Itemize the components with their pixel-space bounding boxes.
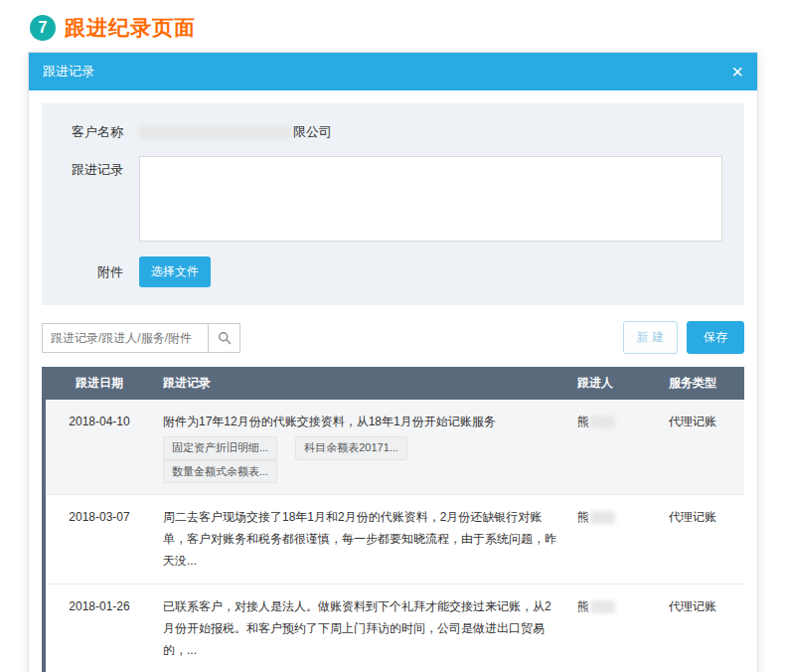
table-row[interactable]: 2018-01-26已联系客户，对接人是法人。做账资料到下个礼拜才能交接过来记账… [46, 584, 744, 672]
row-person: 熊 [567, 400, 659, 494]
close-icon[interactable]: × [731, 62, 743, 82]
search-icon [218, 331, 232, 345]
page-title: 跟进纪录页面 [65, 14, 196, 42]
step-number-badge: 7 [30, 15, 56, 41]
record-textarea[interactable] [139, 156, 722, 242]
row-date: 2018-04-10 [46, 400, 153, 494]
modal-title: 跟进记录 [43, 63, 94, 81]
records-table-wrap: 跟进日期跟进记录跟进人服务类型 2018-04-10附件为17年12月份的代账交… [42, 367, 744, 672]
table-header-row: 跟进日期跟进记录跟进人服务类型 [46, 367, 744, 400]
action-buttons: 新 建 保存 [623, 321, 744, 354]
row-service: 代理记账 [659, 584, 744, 672]
search-group [42, 323, 240, 353]
redacted-person-name [590, 511, 615, 524]
attachment-chip[interactable]: 科目余额表20171... [295, 436, 407, 459]
column-header-0: 跟进日期 [46, 367, 153, 400]
attachment-label: 附件 [42, 263, 139, 281]
row-person: 熊 [567, 494, 659, 584]
choose-file-button[interactable]: 选择文件 [139, 256, 211, 287]
new-button[interactable]: 新 建 [623, 321, 678, 354]
record-row: 跟进记录 [42, 156, 744, 242]
redacted-customer-name [139, 125, 290, 140]
customer-name-label: 客户名称 [42, 123, 139, 141]
person-name-prefix: 熊 [577, 415, 589, 428]
table-row[interactable]: 2018-04-10附件为17年12月份的代账交接资料，从18年1月份开始记账服… [46, 400, 744, 494]
follow-up-record-modal: 跟进记录 × 客户名称 限公司 跟进记录 附件 选择文件 [28, 52, 758, 672]
column-header-1: 跟进记录 [153, 367, 567, 400]
customer-name-value: 限公司 [139, 123, 332, 141]
row-record-text: 已联系客户，对接人是法人。做账资料到下个礼拜才能交接过来记账，从2月份开始报税。… [163, 595, 557, 662]
record-label: 跟进记录 [42, 156, 139, 242]
person-name-prefix: 熊 [577, 510, 589, 524]
records-table: 跟进日期跟进记录跟进人服务类型 2018-04-10附件为17年12月份的代账交… [46, 367, 744, 672]
customer-name-suffix: 限公司 [293, 123, 332, 141]
redacted-person-name [590, 416, 615, 428]
row-record: 附件为17年12月份的代账交接资料，从18年1月份开始记账服务固定资产折旧明细.… [153, 400, 567, 494]
redacted-person-name [590, 600, 615, 613]
attachment-chips: 固定资产折旧明细...科目余额表20171...数量金额式余额表... [163, 436, 557, 483]
row-record: 周二去客户现场交接了18年1月和2月份的代账资料，2月份还缺银行对账单，客户对账… [153, 494, 567, 584]
search-button[interactable] [208, 323, 240, 353]
row-service: 代理记账 [659, 494, 744, 584]
row-person: 熊 [567, 584, 659, 672]
toolbar: 新 建 保存 [42, 321, 744, 354]
save-button[interactable]: 保存 [687, 321, 744, 354]
column-header-2: 跟进人 [567, 367, 659, 400]
row-record: 已联系客户，对接人是法人。做账资料到下个礼拜才能交接过来记账，从2月份开始报税。… [153, 584, 567, 672]
row-record-text: 周二去客户现场交接了18年1月和2月份的代账资料，2月份还缺银行对账单，客户对账… [163, 506, 557, 573]
step-header: 7 跟进纪录页面 [0, 0, 785, 52]
customer-name-row: 客户名称 限公司 [42, 123, 744, 141]
attachment-chip[interactable]: 固定资产折旧明细... [163, 436, 277, 459]
person-name-prefix: 熊 [577, 599, 589, 613]
modal-body: 客户名称 限公司 跟进记录 附件 选择文件 [29, 90, 757, 672]
row-date: 2018-03-07 [46, 494, 153, 584]
search-input[interactable] [42, 323, 209, 353]
table-body: 2018-04-10附件为17年12月份的代账交接资料，从18年1月份开始记账服… [46, 400, 744, 672]
attachment-chip[interactable]: 数量金额式余额表... [163, 460, 277, 483]
attachment-row: 附件 选择文件 [42, 256, 744, 287]
form-panel: 客户名称 限公司 跟进记录 附件 选择文件 [42, 103, 744, 305]
row-record-text: 附件为17年12月份的代账交接资料，从18年1月份开始记账服务 [163, 411, 557, 432]
row-service: 代理记账 [659, 400, 744, 494]
column-header-3: 服务类型 [659, 367, 744, 400]
table-row[interactable]: 2018-03-07周二去客户现场交接了18年1月和2月份的代账资料，2月份还缺… [46, 494, 744, 584]
row-date: 2018-01-26 [46, 584, 153, 672]
modal-header: 跟进记录 × [29, 53, 757, 90]
